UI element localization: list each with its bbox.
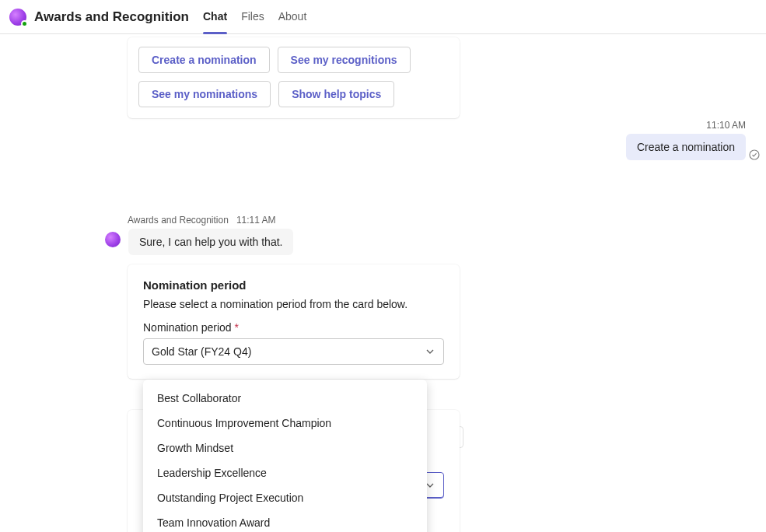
dropdown-menu[interactable]: Best Collaborator Continuous Improvement… [143,380,427,532]
bot-reply-meta: Awards and Recognition 11:11 AM [128,215,758,226]
dropdown-option[interactable]: Outstanding Project Execution [143,485,427,510]
nomination-card-title: Nomination period [143,278,444,292]
bot-avatar [9,9,26,26]
dropdown-option[interactable]: Leadership Excellence [143,460,427,485]
svg-point-0 [750,150,759,159]
create-nomination-button[interactable]: Create a nomination [138,47,270,73]
tab-files[interactable]: Files [241,0,264,33]
see-nominations-button[interactable]: See my nominations [138,81,271,107]
user-message-bubble: Create a nomination [626,134,746,160]
nomination-period-card: Nomination period Please select a nomina… [128,264,460,379]
nomination-period-select[interactable]: Gold Star (FY24 Q4) [143,338,444,365]
tab-about[interactable]: About [278,0,307,33]
dropdown-option[interactable]: Continuous Improvement Champion [143,411,427,436]
quick-actions-card: Create a nomination See my recognitions … [128,37,460,118]
bot-reply-time: 11:11 AM [236,215,276,226]
presence-indicator [21,20,28,27]
app-title: Awards and Recognition [34,9,189,25]
dropdown-option[interactable]: Team Innovation Award [143,510,427,532]
app-header: Awards and Recognition Chat Files About [0,0,766,34]
chevron-down-icon [425,346,435,357]
bot-reply-text: Sure, I can help you with that. [128,229,293,255]
bot-sender-name: Awards and Recognition [128,215,229,226]
sent-check-icon [749,149,760,160]
dropdown-option[interactable]: Growth Mindset [143,436,427,460]
show-help-button[interactable]: Show help topics [278,81,394,107]
nomination-selected-value: Gold Star (FY24 Q4) [152,345,251,358]
nomination-field-label: Nomination period * [143,321,444,334]
dropdown-option[interactable]: Best Collaborator [143,386,427,411]
tab-chat[interactable]: Chat [203,0,227,33]
chat-area: Create a nomination See my recognitions … [0,37,766,532]
user-message-time: 11:10 AM [706,120,746,131]
see-recognitions-button[interactable]: See my recognitions [278,47,411,73]
nomination-card-description: Please select a nomination period from t… [143,298,444,310]
bot-avatar-small [105,232,121,247]
